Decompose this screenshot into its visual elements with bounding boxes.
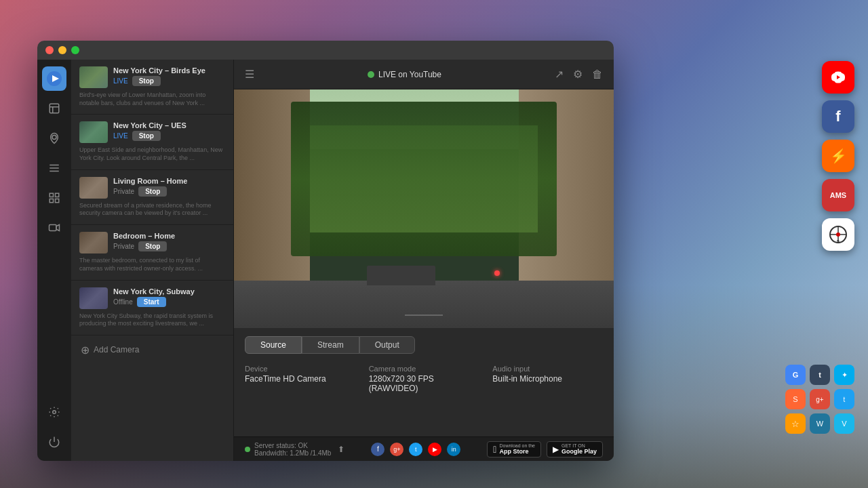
add-camera-label: Add Camera bbox=[94, 345, 139, 354]
google-mini-icon[interactable]: G bbox=[785, 365, 806, 385]
maximize-button[interactable] bbox=[71, 46, 79, 54]
camera-status: LIVE bbox=[113, 132, 128, 140]
camera-thumbnail bbox=[79, 287, 108, 309]
tab-row: Source Stream Output bbox=[245, 336, 603, 354]
mode-value: 868x488 30 FPS (RAWVIDEO) bbox=[369, 374, 479, 393]
status-bar: Server status: OK Bandwidth: 1.2Mb /1.4M… bbox=[234, 436, 614, 461]
top-bar: ☰ LIVE on YouTube ↗ ⚙ 🗑 bbox=[234, 60, 614, 89]
googleplus-social-icon[interactable]: g+ bbox=[390, 443, 403, 456]
app-store-main: App Store bbox=[499, 448, 535, 455]
social-icons: f g+ t ▶ in bbox=[371, 443, 460, 456]
mini-dock-row-1: G t ✦ bbox=[785, 365, 854, 385]
camera-thumbnail bbox=[79, 121, 108, 143]
window-body: New York City – Birds Eye LIVE Stop Bird… bbox=[37, 60, 614, 461]
camera-name: Living Room – Home bbox=[113, 177, 225, 185]
sniper5-dock-icon[interactable]: 5 bbox=[822, 218, 854, 251]
svg-point-5 bbox=[52, 136, 56, 140]
stop-button[interactable]: Stop bbox=[132, 131, 161, 141]
youtube-dock-icon[interactable] bbox=[822, 61, 854, 94]
stumble-mini-icon[interactable]: S bbox=[785, 389, 806, 409]
camera-status: Offline bbox=[113, 298, 133, 306]
vimeo-mini-icon[interactable]: V bbox=[834, 413, 854, 434]
bookmark-mini-icon[interactable]: ☆ bbox=[785, 413, 806, 434]
tumblr-mini-icon[interactable]: t bbox=[810, 365, 830, 385]
facebook-social-icon[interactable]: f bbox=[371, 443, 384, 456]
linkedin-social-icon[interactable]: in bbox=[447, 443, 460, 456]
add-icon: ⊕ bbox=[81, 344, 90, 357]
stop-button[interactable]: Stop bbox=[138, 241, 167, 251]
camera-description: New York City Subway, the rapid transit … bbox=[79, 312, 225, 328]
google2-mini-icon[interactable]: g+ bbox=[810, 389, 830, 409]
stop-button[interactable]: Stop bbox=[132, 76, 161, 86]
tab-output[interactable]: Output bbox=[359, 336, 415, 354]
close-button[interactable] bbox=[45, 46, 54, 54]
camera-description: Upper East Side and neighborhood, Manhat… bbox=[79, 146, 225, 162]
list-item[interactable]: Bedroom – Home Private Stop The master b… bbox=[71, 225, 233, 280]
lightning-dock-icon[interactable]: ⚡ bbox=[822, 140, 854, 172]
camera-description: Secured stream of a private residence, t… bbox=[79, 202, 225, 218]
settings-icon[interactable]: ⚙ bbox=[573, 68, 583, 81]
camera-description: Bird's-eye view of Lower Manhattan, zoom… bbox=[79, 92, 225, 107]
facebook-dock-icon[interactable]: f bbox=[822, 100, 854, 133]
list-item[interactable]: New York City – UES LIVE Stop Upper East… bbox=[71, 115, 233, 169]
list-item[interactable]: Living Room – Home Private Stop Secured … bbox=[71, 170, 233, 225]
twitter-mini-icon[interactable]: ✦ bbox=[834, 365, 854, 385]
svg-rect-10 bbox=[56, 193, 59, 197]
right-dock-bottom: G t ✦ S g+ t ☆ W V bbox=[785, 365, 854, 434]
app-store-badge[interactable]:  Download on the App Store bbox=[487, 441, 541, 458]
bottom-panel: Source Stream Output Device FaceTime HD … bbox=[234, 328, 614, 436]
bandwidth-text: Bandwidth: 1.2Mb /1.4Mb bbox=[254, 449, 331, 457]
mini-dock-row-2: S g+ t bbox=[785, 389, 854, 409]
audio-row: Audio input Built-in Microphone bbox=[492, 365, 603, 393]
tab-stream[interactable]: Stream bbox=[302, 336, 359, 354]
camera-thumbnail bbox=[79, 66, 108, 88]
svg-rect-12 bbox=[56, 199, 59, 203]
tab-source[interactable]: Source bbox=[245, 336, 302, 354]
svg-rect-9 bbox=[50, 193, 53, 197]
start-button[interactable]: Start bbox=[137, 297, 166, 307]
menu-icon[interactable]: ☰ bbox=[245, 68, 254, 81]
svg-point-15 bbox=[53, 411, 56, 414]
trash-icon[interactable]: 🗑 bbox=[592, 68, 603, 81]
camera-name: Bedroom – Home bbox=[113, 232, 225, 240]
sidebar-item-video[interactable] bbox=[42, 216, 66, 240]
google-play-badge[interactable]: ▶ GET IT ON Google Play bbox=[547, 441, 603, 458]
source-info: Device FaceTime HD Camera Camera mode 12… bbox=[245, 365, 603, 393]
live-indicator: LIVE on YouTube bbox=[368, 70, 441, 79]
sidebar-item-power[interactable] bbox=[42, 430, 66, 454]
ams-dock-icon[interactable]: AMS bbox=[822, 179, 854, 211]
sidebar-item-list[interactable] bbox=[42, 156, 66, 180]
live-status-text: LIVE on YouTube bbox=[378, 70, 441, 79]
sidebar-item-location[interactable] bbox=[42, 126, 66, 150]
list-item[interactable]: New York City – Birds Eye LIVE Stop Bird… bbox=[71, 60, 233, 115]
live-dot bbox=[368, 71, 374, 78]
twitter2-mini-icon[interactable]: t bbox=[834, 389, 854, 409]
camera-list: New York City – Birds Eye LIVE Stop Bird… bbox=[71, 60, 234, 461]
device-label: Device bbox=[245, 365, 355, 373]
audio-label: Audio input bbox=[492, 365, 603, 373]
mini-dock-row-3: ☆ W V bbox=[785, 413, 854, 434]
youtube-social-icon[interactable]: ▶ bbox=[428, 443, 441, 456]
list-item[interactable]: New York City, Subway Offline Start New … bbox=[71, 281, 233, 336]
app-store-sub: Download on the bbox=[499, 443, 535, 448]
share-icon[interactable]: ↗ bbox=[555, 68, 564, 81]
ams-label: AMS bbox=[830, 191, 846, 199]
add-camera-button[interactable]: ⊕ Add Camera bbox=[71, 336, 233, 365]
top-actions: ↗ ⚙ 🗑 bbox=[555, 68, 603, 81]
twitter-social-icon[interactable]: t bbox=[409, 443, 422, 456]
minimize-button[interactable] bbox=[58, 46, 66, 54]
stop-button[interactable]: Stop bbox=[138, 186, 167, 197]
sidebar-item-book[interactable] bbox=[42, 96, 66, 121]
camera-name: New York City, Subway bbox=[113, 287, 225, 296]
wordpress-mini-icon[interactable]: W bbox=[810, 413, 830, 434]
sidebar-logo[interactable] bbox=[42, 66, 66, 91]
right-dock: f ⚡ AMS 5 bbox=[822, 61, 854, 251]
audio-value: Built-in Microphone bbox=[492, 374, 603, 384]
sidebar-item-grid[interactable] bbox=[42, 186, 66, 210]
google-play-icon: ▶ bbox=[553, 445, 559, 454]
camera-thumbnail bbox=[79, 232, 108, 253]
camera-mode-row: Camera mode 868x488 30 FPS (RAWVIDEO) bbox=[369, 365, 479, 393]
sidebar-item-settings[interactable] bbox=[42, 400, 66, 424]
google-play-main: Google Play bbox=[561, 448, 597, 455]
app-window: New York City – Birds Eye LIVE Stop Bird… bbox=[37, 41, 614, 461]
